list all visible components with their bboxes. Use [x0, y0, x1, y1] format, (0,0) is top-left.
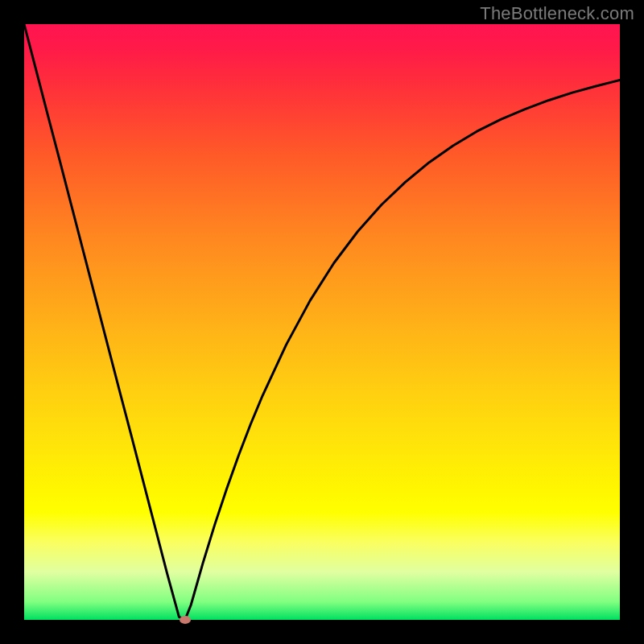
plot-area [24, 24, 620, 620]
optimal-point-marker [180, 616, 191, 624]
chart-frame: TheBottleneck.com [0, 0, 644, 644]
bottleneck-curve [24, 24, 620, 620]
attribution-text: TheBottleneck.com [480, 3, 634, 24]
